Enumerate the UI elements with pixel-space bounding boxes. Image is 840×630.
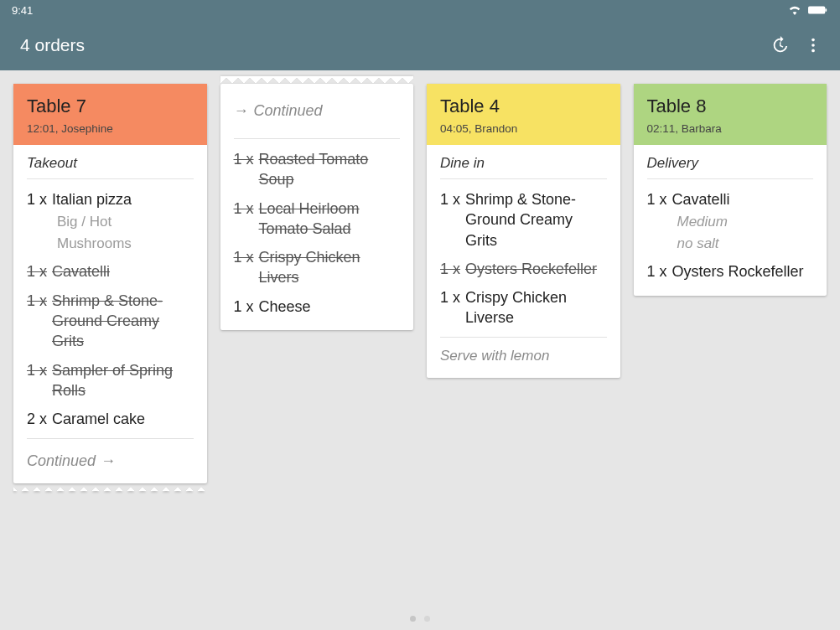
- order-line-dish: Cavatelli: [52, 261, 193, 281]
- order-line-modifier: Medium: [677, 213, 814, 231]
- continued-top-label: → Continued: [220, 84, 414, 123]
- order-line-dish: Shrimp & Stone-Ground Creamy Grits: [465, 189, 606, 250]
- order-line-qty: 1 x: [440, 189, 460, 250]
- order-line[interactable]: 1 xShrimp & Stone-Ground Creamy Grits: [440, 189, 607, 250]
- order-line[interactable]: 1 xCrispy Chicken Liverse: [440, 287, 607, 328]
- order-line-dish: Crispy Chicken Livers: [259, 247, 400, 288]
- order-line-qty: 1 x: [27, 360, 47, 401]
- order-line-qty: 1 x: [27, 261, 47, 281]
- svg-point-4: [811, 49, 815, 53]
- order-line[interactable]: 1 xRoasted Tomato Soup: [234, 149, 401, 190]
- order-line-qty: 1 x: [234, 149, 254, 190]
- order-line-qty: 1 x: [234, 247, 254, 288]
- order-header: Table 802:11, Barbara: [634, 84, 827, 145]
- order-line[interactable]: 1 xItalian pizza: [27, 189, 194, 209]
- order-line[interactable]: 1 xSampler of Spring Rolls: [27, 360, 194, 401]
- order-line-qty: 1 x: [440, 287, 460, 328]
- arrow-right-icon: →: [101, 452, 116, 470]
- order-line[interactable]: 1 xShrimp & Stone-Ground Creamy Grits: [27, 291, 194, 352]
- order-subtitle: 04:05, Brandon: [440, 122, 607, 135]
- order-title: Table 4: [440, 96, 607, 117]
- order-line-qty: 1 x: [27, 189, 47, 209]
- order-line-dish: Shrimp & Stone-Ground Creamy Grits: [52, 291, 193, 352]
- order-body: Takeout1 xItalian pizzaBig / HotMushroom…: [13, 145, 207, 483]
- order-line-modifier: no salt: [677, 235, 814, 253]
- order-line-dish: Oysters Rockefeller: [465, 259, 606, 279]
- arrow-right-icon: →: [234, 102, 249, 120]
- status-time: 9:41: [12, 4, 33, 17]
- order-subtitle: 02:11, Barbara: [647, 122, 814, 135]
- page-dot: [424, 616, 430, 622]
- continued-bottom-label: Continued →: [27, 452, 194, 470]
- order-line[interactable]: 1 xLocal Heirloom Tomato Salad: [234, 199, 401, 240]
- order-line-qty: 1 x: [647, 261, 667, 281]
- page-indicator: [0, 616, 840, 622]
- order-line-dish: Roasted Tomato Soup: [259, 149, 400, 190]
- page-title: 4 orders: [20, 35, 763, 55]
- order-line[interactable]: 1 xOysters Rockefeller: [647, 261, 814, 281]
- page-dot: [410, 616, 416, 622]
- order-type: Takeout: [27, 155, 194, 172]
- order-line-dish: Caramel cake: [52, 409, 193, 429]
- app-bar: 4 orders: [0, 20, 840, 70]
- order-line-dish: Cavatelli: [672, 189, 813, 209]
- order-line-dish: Cheese: [259, 297, 400, 317]
- order-line[interactable]: 1 xCavatelli: [27, 261, 194, 281]
- history-button[interactable]: [763, 28, 796, 62]
- order-line-qty: 1 x: [440, 259, 460, 279]
- svg-point-2: [811, 39, 815, 42]
- order-line[interactable]: 1 xOysters Rockefeller: [440, 259, 607, 279]
- order-subtitle: 12:01, Josephine: [27, 122, 194, 135]
- order-note: Serve with lemon: [440, 348, 607, 364]
- svg-rect-1: [825, 8, 827, 12]
- order-line[interactable]: 1 xCrispy Chicken Livers: [234, 247, 401, 288]
- status-bar: 9:41: [0, 0, 840, 20]
- order-body: 1 xRoasted Tomato Soup1 xLocal Heirloom …: [220, 123, 414, 330]
- order-line-qty: 1 x: [234, 297, 254, 317]
- order-line-dish: Sampler of Spring Rolls: [52, 360, 193, 401]
- order-line-qty: 2 x: [27, 409, 47, 429]
- order-body: Dine in1 xShrimp & Stone-Ground Creamy G…: [427, 145, 620, 378]
- order-line-qty: 1 x: [234, 199, 254, 240]
- order-title: Table 8: [647, 96, 814, 117]
- order-line-dish: Oysters Rockefeller: [672, 261, 813, 281]
- order-header: Table 712:01, Josephine: [13, 84, 207, 145]
- order-line-qty: 1 x: [27, 291, 47, 352]
- order-line[interactable]: 2 xCaramel cake: [27, 409, 194, 429]
- order-title: Table 7: [27, 96, 194, 117]
- order-type: Delivery: [647, 155, 814, 172]
- order-card[interactable]: Table 404:05, BrandonDine in1 xShrimp & …: [427, 84, 620, 378]
- order-body: Delivery1 xCavatelliMediumno salt1 xOyst…: [634, 145, 827, 296]
- order-line-dish: Local Heirloom Tomato Salad: [259, 199, 400, 240]
- svg-point-3: [811, 44, 815, 47]
- order-header: Table 404:05, Brandon: [427, 84, 620, 145]
- svg-rect-0: [808, 6, 825, 13]
- overflow-menu-button[interactable]: [796, 28, 830, 62]
- battery-icon: [808, 5, 828, 15]
- order-line-modifier: Mushrooms: [57, 235, 194, 253]
- order-card[interactable]: Table 802:11, BarbaraDelivery1 xCavatell…: [634, 84, 827, 296]
- order-line-qty: 1 x: [647, 189, 667, 209]
- order-card[interactable]: → Continued1 xRoasted Tomato Soup1 xLoca…: [220, 84, 414, 330]
- wifi-icon: [788, 5, 801, 15]
- order-card[interactable]: Table 712:01, JosephineTakeout1 xItalian…: [13, 84, 207, 483]
- order-line-modifier: Big / Hot: [57, 213, 194, 231]
- order-line[interactable]: 1 xCavatelli: [647, 189, 814, 209]
- orders-board: Table 712:01, JosephineTakeout1 xItalian…: [0, 70, 840, 497]
- order-line-dish: Crispy Chicken Liverse: [465, 287, 606, 328]
- order-type: Dine in: [440, 155, 607, 172]
- order-line-dish: Italian pizza: [52, 189, 193, 209]
- order-line[interactable]: 1 xCheese: [234, 297, 401, 317]
